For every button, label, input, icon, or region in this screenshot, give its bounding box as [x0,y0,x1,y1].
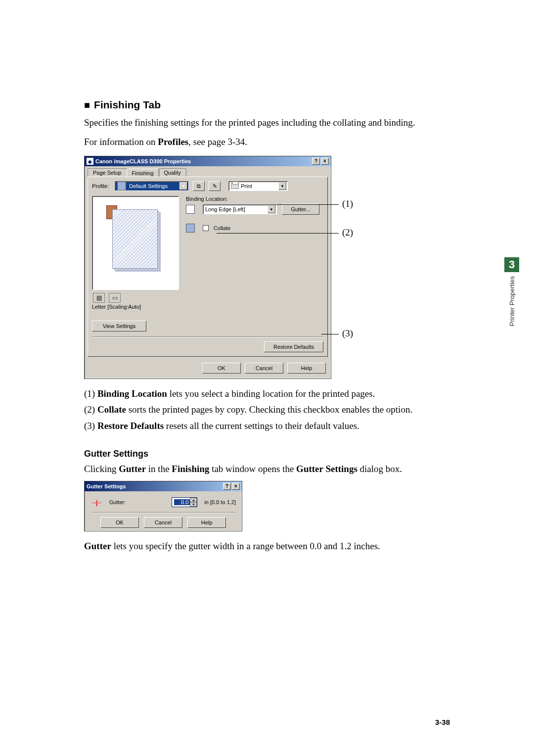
gutter-dialog-title: Gutter Settings [87,483,126,489]
page-preview [92,196,179,290]
dialog-title: Canon imageCLASS D300 Properties [95,158,191,164]
gutter-label: Gutter: [109,499,126,505]
divider [90,512,236,513]
profile-icon [117,182,126,190]
list-item: (1) Binding Location lets you select a b… [84,386,450,402]
help-button[interactable]: Help [187,517,226,528]
preview-mode-icon-2[interactable]: ▭ [109,293,121,303]
restore-defaults-button[interactable]: Restore Defaults [264,341,323,352]
tab-row: Page Setup Finishing Quality [85,166,331,177]
page-stack-icon [112,209,158,269]
close-icon[interactable]: × [321,158,329,165]
preview-mode-icon-1[interactable]: ▤ [93,293,105,303]
chevron-down-icon: ▼ [278,182,286,190]
callout-3: (3) [342,328,353,339]
tab-pane: Profile: Default Settings ▼ ⧉ ✎ Print ▼ [88,177,328,357]
gutter-dialog: Gutter Settings ? × →|← Gutter: 0.0 ▲▼ i… [84,481,242,531]
binding-icon [186,205,195,214]
profile-add-icon[interactable]: ⧉ [193,181,205,191]
gutter-arrows-icon: →|← [90,499,102,506]
collate-icon [186,224,195,233]
gutter-button[interactable]: Gutter... [282,204,319,215]
cancel-button[interactable]: Cancel [144,517,182,528]
gutter-titlebar: Gutter Settings ? × [85,481,242,491]
binding-value: Long Edge [Left] [205,206,245,212]
app-icon: ◆ [87,158,93,165]
callout-2: (2) [342,227,353,238]
intro-line-1: Specifies the finishing settings for the… [84,116,450,130]
dialog-button-row: OK Cancel Help [85,360,331,378]
list-item: (2) Collate sorts the printed pages by c… [84,402,450,418]
profile-label: Profile: [92,183,109,189]
explanation-list: (1) Binding Location lets you select a b… [84,386,450,434]
chapter-title: Printer Properties [508,276,516,326]
ok-button[interactable]: OK [100,517,139,528]
intro2-c: , see page 3-34. [188,137,247,147]
heading-text: Finishing Tab [94,99,161,110]
intro-line-2: For information on Profiles, see page 3-… [84,135,450,149]
gutter-explain: Gutter lets you specify the gutter width… [84,539,450,554]
help-icon[interactable]: ? [312,158,320,165]
collate-checkbox[interactable] [203,225,209,231]
gutter-spinner[interactable]: 0.0 ▲▼ [172,497,197,507]
page-number: 3-38 [435,718,450,726]
help-icon[interactable]: ? [223,483,231,490]
square-bullet-icon: ■ [84,99,90,110]
intro2-b: Profiles [158,137,188,147]
list-item: (3) Restore Defaults resets all the curr… [84,418,450,434]
output-value: Print [241,183,252,189]
chevron-down-icon: ▼ [179,182,187,190]
help-button[interactable]: Help [287,363,326,374]
tab-finishing[interactable]: Finishing [127,169,159,177]
tab-quality[interactable]: Quality [159,168,186,177]
printer-icon [231,183,239,189]
gutter-heading: Gutter Settings [84,449,450,459]
chapter-number: 3 [504,257,519,272]
binding-select[interactable]: Long Edge [Left] ▼ [203,204,277,214]
profile-select[interactable]: Default Settings ▼ [115,181,189,191]
callout-line-1 [277,204,339,205]
preview-caption: Letter [Scaling:Auto] [92,304,179,310]
section-heading: ■Finishing Tab [84,99,450,111]
output-select[interactable]: Print ▼ [228,181,288,191]
properties-figure: ◆ Canon imageCLASS D300 Properties ? × P… [84,156,371,379]
close-icon[interactable]: × [232,483,240,490]
chapter-side-tab: 3 Printer Properties [504,257,519,326]
gutter-range: in [0.0 to 1.2] [204,499,236,505]
collate-label: Collate [214,225,230,231]
gutter-figure: Gutter Settings ? × →|← Gutter: 0.0 ▲▼ i… [84,481,450,531]
spin-up-icon[interactable]: ▲ [190,498,197,502]
ok-button[interactable]: OK [202,363,241,374]
callout-line-3 [321,334,339,334]
controls-column: Binding Location: Long Edge [Left] ▼ Gut… [186,196,323,233]
binding-label: Binding Location: [186,196,323,202]
gutter-value: 0.0 [174,499,190,505]
properties-dialog: ◆ Canon imageCLASS D300 Properties ? × P… [84,156,331,379]
profile-edit-icon[interactable]: ✎ [209,181,221,191]
tab-page-setup[interactable]: Page Setup [88,168,127,177]
view-settings-button[interactable]: View Settings [92,321,146,331]
divider [92,336,323,337]
preview-column: ▤ ▭ Letter [Scaling:Auto] View Settings [92,196,179,331]
cancel-button[interactable]: Cancel [245,363,283,374]
gutter-intro: Clicking Gutter in the Finishing tab win… [84,462,450,476]
chevron-down-icon: ▼ [267,205,275,213]
titlebar: ◆ Canon imageCLASS D300 Properties ? × [85,156,331,166]
spin-down-icon[interactable]: ▼ [190,502,197,507]
profile-value: Default Settings [129,183,168,189]
callout-1: (1) [342,198,353,209]
callout-line-2 [217,233,339,234]
intro2-a: For information on [84,137,158,147]
